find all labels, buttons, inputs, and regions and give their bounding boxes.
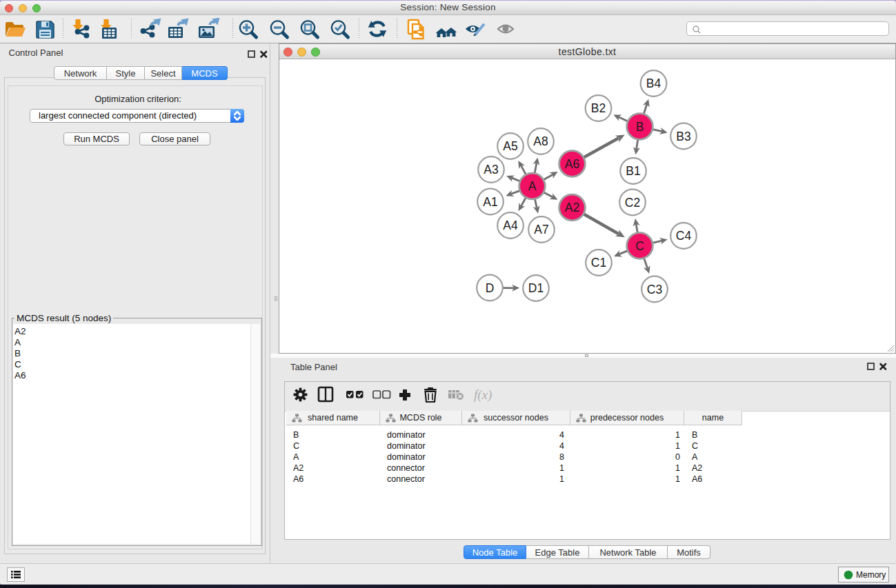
svg-text:B1: B1 <box>626 164 640 178</box>
svg-text:D: D <box>486 281 495 295</box>
svg-text:f(x): f(x) <box>474 387 492 403</box>
svg-text:A4: A4 <box>503 219 518 232</box>
svg-text:B: B <box>636 120 644 134</box>
svg-text:A5: A5 <box>503 139 517 153</box>
svg-text:D1: D1 <box>528 281 544 295</box>
svg-text:C2: C2 <box>625 196 640 210</box>
svg-text:B3: B3 <box>676 130 690 143</box>
svg-text:B4: B4 <box>646 77 661 90</box>
svg-text:A2: A2 <box>565 201 579 214</box>
svg-text:A8: A8 <box>533 134 548 148</box>
svg-text:B2: B2 <box>591 101 606 115</box>
svg-text:C1: C1 <box>591 256 606 270</box>
svg-text:A3: A3 <box>484 163 498 176</box>
svg-text:A1: A1 <box>483 195 497 209</box>
svg-text:C: C <box>635 239 644 253</box>
svg-text:A: A <box>528 179 537 193</box>
svg-text:A7: A7 <box>534 223 548 236</box>
svg-text:C4: C4 <box>676 229 692 243</box>
svg-text:C3: C3 <box>647 283 662 296</box>
svg-text:A6: A6 <box>565 157 579 171</box>
